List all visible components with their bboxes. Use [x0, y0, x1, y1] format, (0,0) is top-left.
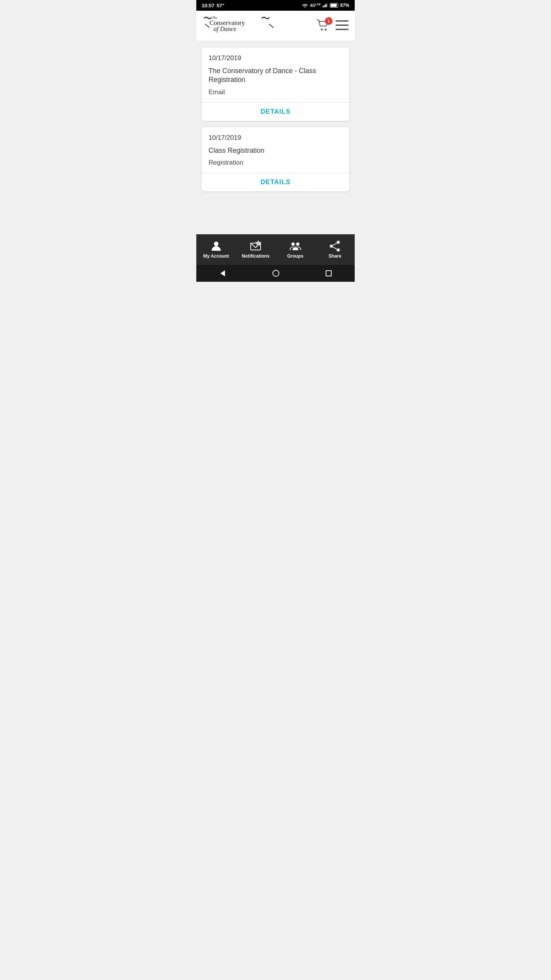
svg-point-25 — [337, 248, 340, 252]
svg-rect-4 — [326, 4, 326, 7]
home-circle-icon — [272, 270, 280, 277]
notification-card-1: 10/17/2019 The Conservatory of Dance - C… — [202, 47, 349, 121]
svg-line-26 — [333, 243, 337, 245]
svg-point-24 — [330, 245, 333, 248]
svg-point-13 — [321, 28, 323, 30]
card-1-date: 10/17/2019 — [209, 54, 342, 62]
temperature: 57° — [217, 3, 224, 8]
svg-point-18 — [214, 242, 218, 246]
card-2-subtitle: Registration — [209, 159, 342, 167]
wifi-icon — [302, 3, 308, 8]
svg-point-21 — [291, 242, 295, 246]
signal-icon — [323, 3, 328, 8]
svg-rect-17 — [336, 29, 349, 30]
status-right: 4GLTE 87% — [302, 3, 349, 8]
card-2-details-button[interactable]: DETAILS — [207, 178, 344, 186]
network-type: 4GLTE — [310, 3, 321, 8]
logo-icon: 〜 The Conservatory of Dance 〜 — [202, 13, 279, 38]
content-spacer — [202, 198, 349, 213]
svg-rect-2 — [324, 5, 324, 7]
svg-point-14 — [325, 28, 327, 30]
card-2-title: Class Registration — [209, 146, 342, 155]
card-1-body: 10/17/2019 The Conservatory of Dance - C… — [202, 47, 349, 102]
card-1-subtitle: Email — [209, 88, 342, 96]
svg-text:〜: 〜 — [261, 13, 270, 23]
back-triangle-icon — [219, 270, 227, 277]
cart-badge: 1 — [325, 17, 333, 25]
card-1-title: The Conservatory of Dance - Class Regist… — [209, 67, 342, 85]
svg-marker-28 — [220, 270, 225, 276]
svg-text:of Dance: of Dance — [214, 25, 236, 33]
svg-line-27 — [333, 247, 337, 249]
recents-square-icon — [325, 270, 332, 277]
nav-label-my-account: My Account — [203, 253, 229, 259]
nav-item-groups[interactable]: Groups — [276, 237, 315, 262]
battery-percent: 87% — [340, 3, 349, 8]
android-nav-bar — [196, 265, 355, 282]
status-bar: 10:57 57° 4GLTE 87% — [196, 0, 355, 11]
header-icons: 1 — [316, 20, 349, 33]
hamburger-icon[interactable] — [336, 20, 349, 30]
card-1-details-button[interactable]: DETAILS — [207, 108, 344, 116]
share-icon — [329, 240, 341, 252]
nav-label-groups: Groups — [287, 253, 303, 259]
card-1-action[interactable]: DETAILS — [202, 103, 349, 121]
svg-rect-3 — [325, 5, 326, 7]
android-back-button[interactable] — [219, 270, 227, 277]
svg-line-12 — [269, 24, 274, 28]
svg-rect-1 — [323, 6, 323, 7]
person-icon — [210, 240, 222, 252]
svg-rect-16 — [336, 24, 349, 26]
svg-point-22 — [296, 242, 300, 246]
nav-item-my-account[interactable]: My Account — [196, 237, 236, 262]
header: 〜 The Conservatory of Dance 〜 1 — [196, 11, 355, 41]
svg-point-23 — [337, 241, 340, 244]
menu-button[interactable] — [336, 20, 349, 32]
nav-item-notifications[interactable]: Notifications — [236, 237, 276, 262]
group-icon — [290, 240, 301, 252]
svg-rect-30 — [326, 271, 331, 276]
card-2-body: 10/17/2019 Class Registration Registrati… — [202, 127, 349, 173]
notifications-icon — [250, 240, 261, 252]
nav-label-notifications: Notifications — [242, 253, 270, 259]
svg-point-0 — [305, 7, 305, 8]
android-home-button[interactable] — [272, 270, 280, 277]
notification-card-2: 10/17/2019 Class Registration Registrati… — [202, 127, 349, 191]
card-2-action[interactable]: DETAILS — [202, 173, 349, 191]
battery-icon — [330, 3, 338, 8]
svg-rect-15 — [336, 20, 349, 22]
nav-label-share: Share — [329, 253, 341, 259]
time: 10:57 — [202, 3, 214, 8]
bottom-nav: My Account Notifications Groups — [196, 234, 355, 265]
android-recents-button[interactable] — [325, 270, 332, 277]
cart-container[interactable]: 1 — [316, 20, 329, 33]
svg-line-11 — [205, 24, 209, 28]
svg-rect-5 — [327, 3, 328, 7]
main-content: 10/17/2019 The Conservatory of Dance - C… — [196, 41, 355, 234]
svg-point-29 — [273, 270, 279, 276]
nav-item-share[interactable]: Share — [315, 237, 355, 262]
logo-area: 〜 The Conservatory of Dance 〜 — [202, 13, 279, 38]
card-2-date: 10/17/2019 — [209, 134, 342, 142]
status-left: 10:57 57° — [202, 3, 224, 8]
